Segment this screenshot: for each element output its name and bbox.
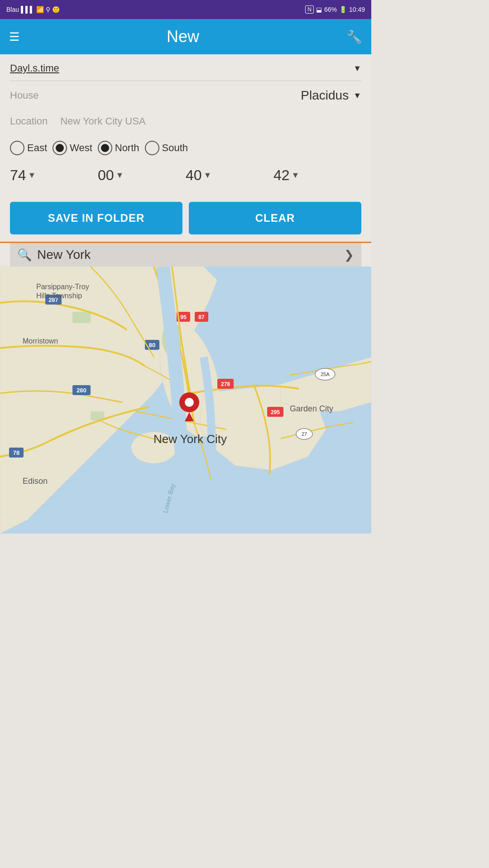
svg-text:Morristown: Morristown <box>23 337 58 345</box>
daytime-dropdown-arrow[interactable]: ▼ <box>353 64 361 73</box>
smiley-icon: 🙂 <box>52 6 60 13</box>
house-row: House Placidus ▼ <box>10 88 361 111</box>
battery-label: 66% <box>324 6 337 13</box>
daytime-label[interactable]: Dayl.s.time <box>10 62 59 74</box>
minute1-select[interactable]: 00 ▼ <box>98 167 186 184</box>
wifi-icon: 📶 <box>36 6 44 13</box>
daytime-row: Dayl.s.time ▼ <box>10 62 361 81</box>
degree1-value: 74 <box>10 167 26 184</box>
usb-icon: ⚲ <box>46 6 50 13</box>
svg-text:95: 95 <box>180 314 187 320</box>
minute1-arrow[interactable]: ▼ <box>116 171 124 180</box>
minute1-value: 00 <box>98 167 114 184</box>
svg-text:280: 280 <box>77 387 86 394</box>
svg-rect-7 <box>72 312 91 323</box>
degree1-select[interactable]: 74 ▼ <box>10 167 98 184</box>
svg-text:Hills Township: Hills Township <box>36 292 82 300</box>
search-icon: 🔍 <box>17 248 32 262</box>
settings-icon[interactable]: 🔧 <box>346 29 362 44</box>
south-radio-group[interactable]: South <box>145 141 188 155</box>
degree2-select[interactable]: 40 ▼ <box>186 167 273 184</box>
map-svg: 287 80 78 280 95 87 278 295 25A <box>0 267 371 534</box>
svg-text:Garden City: Garden City <box>290 404 333 413</box>
south-label: South <box>162 142 188 154</box>
menu-icon[interactable]: ☰ <box>9 30 19 44</box>
minute2-select[interactable]: 42 ▼ <box>273 167 361 184</box>
svg-text:87: 87 <box>198 314 205 320</box>
north-radio-group[interactable]: North <box>98 141 139 155</box>
west-radio-group[interactable]: West <box>53 141 92 155</box>
svg-text:27: 27 <box>302 431 307 437</box>
bluetooth-icon: ⬓ <box>316 6 322 13</box>
svg-text:Parsippany-Troy: Parsippany-Troy <box>36 283 89 291</box>
battery-icon: 🔋 <box>339 6 347 13</box>
status-right: N ⬓ 66% 🔋 10:49 <box>305 5 365 14</box>
house-value-container[interactable]: Placidus ▼ <box>301 88 361 103</box>
minute2-arrow[interactable]: ▼ <box>292 171 300 180</box>
signal-icon: ▌▌▌ <box>21 6 34 13</box>
west-radio[interactable] <box>53 141 67 155</box>
search-input[interactable] <box>37 248 339 262</box>
direction-row: East West North South <box>10 141 361 163</box>
svg-text:New York City: New York City <box>153 432 227 446</box>
minute2-value: 42 <box>273 167 290 184</box>
clear-button[interactable]: CLEAR <box>189 202 361 234</box>
east-radio-group[interactable]: East <box>10 141 47 155</box>
west-label: West <box>70 142 92 154</box>
svg-text:278: 278 <box>221 381 230 387</box>
house-dropdown-arrow[interactable]: ▼ <box>353 91 361 100</box>
north-radio[interactable] <box>98 141 112 155</box>
svg-text:Edison: Edison <box>23 477 48 486</box>
map-container: 287 80 78 280 95 87 278 295 25A <box>0 267 371 534</box>
degree1-arrow[interactable]: ▼ <box>28 171 36 180</box>
svg-text:25A: 25A <box>321 372 330 377</box>
search-chevron-right[interactable]: ❯ <box>344 248 354 262</box>
location-label: Location <box>10 115 48 127</box>
house-value: Placidus <box>301 88 349 103</box>
south-radio[interactable] <box>145 141 159 155</box>
save-in-folder-button[interactable]: SAVE IN FOLDER <box>10 202 182 234</box>
page-title: New <box>167 27 199 46</box>
top-bar: ☰ New 🔧 <box>0 19 371 54</box>
east-label: East <box>27 142 47 154</box>
svg-text:295: 295 <box>271 409 280 415</box>
svg-point-30 <box>185 398 194 407</box>
button-row: SAVE IN FOLDER CLEAR <box>10 202 361 242</box>
carrier-label: Blau <box>6 6 19 13</box>
north-label: North <box>115 142 139 154</box>
status-left: Blau ▌▌▌ 📶 ⚲ 🙂 <box>6 6 60 13</box>
time-label: 10:49 <box>349 6 365 13</box>
location-row: Location New York City USA <box>10 115 361 136</box>
svg-text:78: 78 <box>13 449 19 456</box>
nfc-icon: N <box>305 5 314 14</box>
house-label: House <box>10 90 39 101</box>
east-radio[interactable] <box>10 141 24 155</box>
status-bar: Blau ▌▌▌ 📶 ⚲ 🙂 N ⬓ 66% 🔋 10:49 <box>0 0 371 19</box>
content-area: Dayl.s.time ▼ House Placidus ▼ Location … <box>0 54 371 267</box>
location-value: New York City USA <box>60 115 145 127</box>
number-row: 74 ▼ 00 ▼ 40 ▼ 42 ▼ <box>10 167 361 194</box>
search-row: 🔍 ❯ <box>10 243 361 267</box>
svg-text:80: 80 <box>149 342 155 348</box>
degree2-arrow[interactable]: ▼ <box>204 171 212 180</box>
degree2-value: 40 <box>186 167 202 184</box>
